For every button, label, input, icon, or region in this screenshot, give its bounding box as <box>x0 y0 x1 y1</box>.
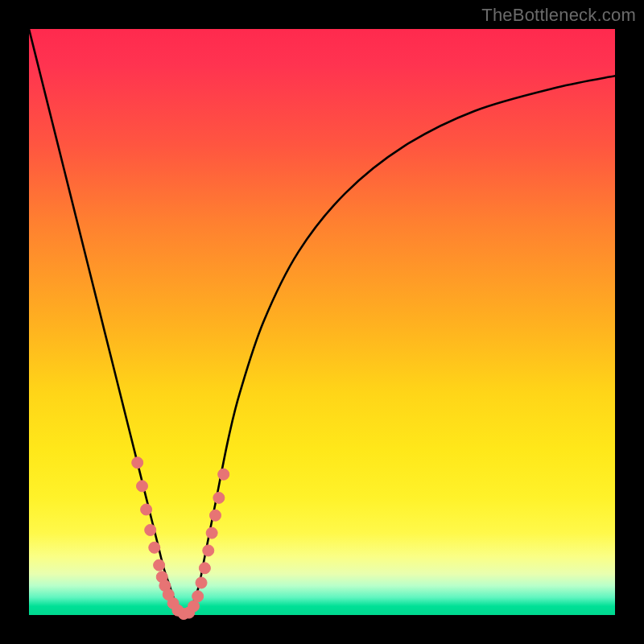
plot-area <box>29 29 615 615</box>
data-marker <box>213 492 225 503</box>
bottleneck-curve-path <box>29 29 615 617</box>
data-marker <box>196 577 207 588</box>
data-marker <box>132 457 143 469</box>
chart-frame: TheBottleneck.com <box>0 0 644 644</box>
data-marker <box>192 591 204 602</box>
data-marker <box>199 563 210 574</box>
data-marker <box>145 524 156 535</box>
data-marker <box>137 481 148 492</box>
data-marker <box>141 504 152 515</box>
data-marker <box>203 545 214 556</box>
data-marker <box>149 542 160 553</box>
marker-group <box>132 457 229 620</box>
data-marker <box>206 527 217 539</box>
data-marker <box>154 559 165 571</box>
watermark-text: TheBottleneck.com <box>481 5 636 26</box>
chart-svg <box>29 29 615 615</box>
data-marker <box>210 510 221 521</box>
data-marker <box>218 469 229 480</box>
